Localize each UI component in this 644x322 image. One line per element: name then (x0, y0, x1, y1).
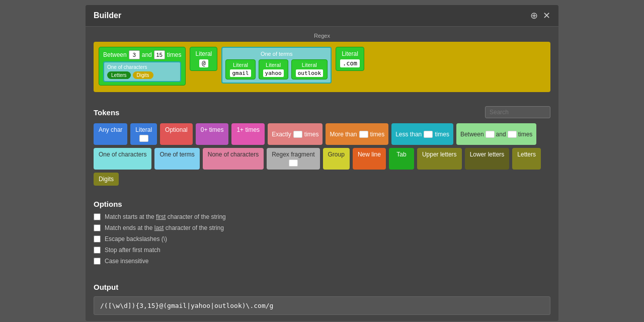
option-item-5: Case insensitive (94, 258, 550, 265)
option-label-4: Stop after first match (105, 247, 160, 254)
tok-regexfrag-label: Regex fragment (272, 151, 314, 158)
oot-item-gmail[interactable]: Literal gmail (225, 59, 255, 79)
oot-gmail-value: gmail (230, 69, 251, 77)
tok-exactly-suffix: times (304, 131, 319, 138)
one-of-chars-inner: One of characters Letters Digits (103, 61, 181, 82)
tok-exactly-label: Exactly (272, 131, 291, 138)
output-title: Output (94, 283, 550, 291)
option-item-1: Match starts at the first character of t… (94, 213, 550, 220)
tok-literal-label: Literal (135, 126, 152, 133)
between-block[interactable]: Between and times One of characters Lett… (99, 47, 186, 86)
letters-tag[interactable]: Letters (107, 71, 131, 79)
tokens-section: Tokens Any char Literal Optional 0+ time… (86, 100, 558, 192)
option-checkbox-3[interactable] (94, 235, 101, 243)
between-label: Between (103, 51, 127, 58)
tok-between-label: Between (460, 131, 484, 138)
panel-title: Builder (94, 11, 121, 20)
oot-item-yahoo[interactable]: Literal yahoo (259, 59, 288, 79)
option-label-3: Escape backslashes (\) (105, 235, 167, 243)
tok-between-and: and (496, 131, 506, 138)
tokens-grid: Any char Literal Optional 0+ times 1+ ti… (94, 123, 550, 186)
literal-com-value: .com (340, 59, 360, 67)
token-any-char[interactable]: Any char (94, 123, 127, 145)
literal-com-block[interactable]: Literal .com (336, 47, 364, 71)
literal-com-label: Literal (342, 50, 358, 57)
oot-outlook-label: Literal (302, 62, 317, 68)
token-new-line[interactable]: New line (353, 148, 386, 170)
token-digits[interactable]: Digits (94, 173, 119, 186)
main-panel: Builder ⊕ ✕ Regex Between and times One … (86, 5, 558, 321)
token-between[interactable]: Between and times (456, 123, 536, 145)
token-regex-frag[interactable]: Regex fragment (267, 148, 319, 170)
token-one-of-char[interactable]: One of characters (94, 148, 151, 170)
tok-literal-box (139, 135, 148, 142)
tok-morethan-label: More than (330, 131, 357, 138)
option-label-1: Match starts at the first character of t… (105, 213, 226, 220)
between-input-1[interactable] (129, 50, 140, 59)
tokens-header: Tokens (94, 106, 550, 118)
panel-header: Builder ⊕ ✕ (86, 5, 558, 27)
literal-at-value: @ (199, 59, 208, 67)
token-group[interactable]: Group (323, 148, 350, 170)
tok-lessthan-label: Less than (395, 131, 422, 138)
tok-exactly-box (293, 131, 302, 138)
option-checkbox-5[interactable] (94, 258, 101, 265)
tok-between-box1 (486, 131, 495, 138)
literal-at-label: Literal (196, 50, 212, 57)
token-exactly[interactable]: Exactly times (268, 123, 323, 145)
option-checkbox-1[interactable] (94, 213, 101, 220)
output-section: Output /([\w\d]){3,15}@(gmail|yahoo|outl… (86, 277, 558, 321)
inner-tags: Letters Digits (107, 71, 177, 79)
option-checkbox-4[interactable] (94, 247, 101, 254)
oot-yahoo-label: Literal (266, 62, 281, 68)
search-input[interactable] (485, 106, 550, 118)
token-lessthan[interactable]: Less than times (391, 123, 453, 145)
oot-outlook-value: outlook (296, 69, 323, 77)
token-none-of-char[interactable]: None of characters (203, 148, 264, 170)
option-checkbox-2[interactable] (94, 224, 101, 231)
option-item-4: Stop after first match (94, 247, 550, 254)
token-optional[interactable]: Optional (160, 123, 193, 145)
token-tab[interactable]: Tab (389, 148, 414, 170)
digits-tag[interactable]: Digits (133, 71, 153, 79)
regex-area: Between and times One of characters Lett… (94, 42, 550, 92)
option-label-2: Match ends at the last character of the … (105, 224, 224, 231)
tok-regexfrag-box (289, 159, 298, 167)
option-label-5: Case insensitive (105, 258, 148, 265)
between-header: Between and times (103, 50, 181, 59)
one-of-terms-block[interactable]: One of terms Literal gmail Literal yahoo… (221, 47, 332, 84)
option-item-3: Escape backslashes (\) (94, 235, 550, 243)
tok-morethan-suffix: times (370, 131, 385, 138)
option-item-2: Match ends at the last character of the … (94, 224, 550, 231)
oot-gmail-label: Literal (233, 62, 248, 68)
token-1times[interactable]: 1+ times (231, 123, 265, 145)
tokens-title: Tokens (94, 108, 119, 117)
between-input-2[interactable] (154, 50, 165, 59)
output-box: /([\w\d]){3,15}@(gmail|yahoo|outlook)\.c… (94, 296, 550, 315)
token-lower-letters[interactable]: Lower letters (465, 148, 510, 170)
oot-yahoo-value: yahoo (263, 69, 284, 77)
add-icon-button[interactable]: ⊕ (530, 11, 538, 20)
tok-between-suffix: times (518, 131, 533, 138)
inner-label: One of characters (107, 64, 177, 70)
regex-section: Regex Between and times One of character… (86, 27, 558, 98)
token-one-of-terms[interactable]: One of terms (154, 148, 199, 170)
options-section: Options Match starts at the first charac… (86, 194, 558, 275)
tok-morethan-box (359, 131, 368, 138)
oot-items: Literal gmail Literal yahoo Literal outl… (225, 59, 328, 79)
literal-at-block[interactable]: Literal @ (190, 47, 217, 71)
token-upper-letters[interactable]: Upper letters (417, 148, 462, 170)
token-morethan[interactable]: More than times (326, 123, 388, 145)
between-times: times (167, 51, 182, 58)
options-title: Options (94, 200, 550, 208)
token-letters[interactable]: Letters (512, 148, 541, 170)
oot-header: One of terms (261, 51, 293, 57)
tok-lessthan-suffix: times (435, 131, 449, 138)
token-0times[interactable]: 0+ times (196, 123, 229, 145)
header-icons: ⊕ ✕ (530, 11, 550, 20)
tok-between-box2 (508, 131, 517, 138)
oot-item-outlook[interactable]: Literal outlook (291, 59, 328, 79)
tok-lessthan-box (424, 131, 433, 138)
close-icon-button[interactable]: ✕ (543, 11, 550, 20)
token-literal[interactable]: Literal (130, 123, 157, 145)
